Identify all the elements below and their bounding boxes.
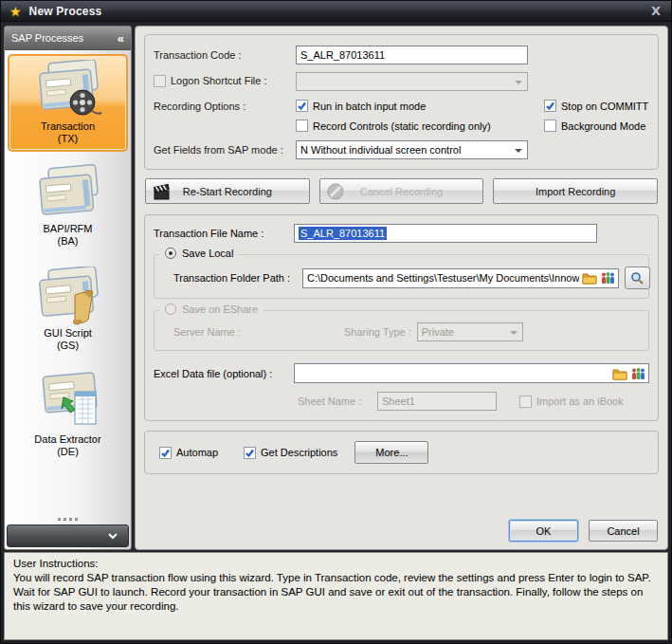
collapse-sidebar-icon[interactable]: « [118,31,124,46]
sidebar-header: SAP Processes « [5,27,131,50]
ok-button[interactable]: OK [509,520,578,542]
dropdown-arrow-icon [510,331,518,335]
check-icon [545,101,555,111]
sidebar-item-label: BAPI/RFM [11,223,124,235]
excel-file-label: Excel Data file (optional) : [154,368,294,379]
selected-text: S_ALR_87013611 [299,227,387,240]
dropdown-arrow-icon [515,149,522,153]
sidebar-item-label: Data Extractor [11,433,124,446]
check-icon [297,101,307,111]
excel-file-input[interactable] [294,363,649,383]
logon-shortcut-checkbox[interactable] [154,75,166,87]
get-fields-select[interactable]: N Without individual screen control [296,140,528,159]
sidebar-grip[interactable] [5,514,131,524]
new-process-dialog: ★ New Process X SAP Processes « [0,0,672,644]
logon-shortcut-select[interactable] [296,72,528,91]
cancel-button-label: Cancel [607,525,639,537]
automap-checkbox[interactable] [159,447,172,459]
save-local-radio[interactable] [165,248,176,259]
transaction-code-label: Transaction Code : [154,49,296,61]
sharing-type-label: Sharing Type : [344,326,411,338]
window-title: New Process [29,5,649,18]
sidebar-item-label: Transaction [11,120,124,133]
import-recording-label: Import Recording [536,186,615,197]
import-ibook-checkbox[interactable] [519,396,532,408]
sap-workgroup-icon[interactable] [600,271,615,285]
recording-options-label: Recording Options : [154,101,296,112]
automap-group: Automap Get Descriptions More... [144,431,659,474]
instructions-title: User Instructions: [13,557,659,571]
sidebar-item-code: (TX) [11,133,124,145]
gui-script-icon [33,267,103,325]
import-recording-button[interactable]: Import Recording [493,178,658,204]
sheet-name-label: Sheet Name : [298,396,377,407]
get-fields-value: N Without individual screen control [300,144,461,156]
automap-label: Automap [176,447,218,458]
more-button[interactable]: More... [354,441,428,464]
transaction-code-input[interactable] [296,46,528,64]
sidebar-item-code: (DE) [11,446,124,458]
stop-commit-label: Stop on COMMITT [561,101,648,112]
dropdown-arrow-icon [515,81,522,84]
sharing-type-value: Private [422,326,454,338]
file-name-label: Transaction File Name : [154,228,294,239]
sidebar-item-code: (GS) [11,340,124,352]
sidebar-items: Transaction (TX) [5,50,131,514]
save-options-group: Transaction File Name : S_ALR_87013611 S… [144,214,659,421]
transaction-icon [33,60,103,119]
save-local-fieldset: Save Local Transaction Folder Path : C:\… [154,254,649,299]
cancel-recording-button[interactable]: Cancel Recording [319,178,484,204]
folder-icon[interactable] [582,271,597,285]
server-name-label: Server Name : [173,326,344,338]
sap-workgroup-icon[interactable] [630,367,645,380]
recording-buttons-row: Re-Start Recording Cancel Recording Impo… [145,178,658,204]
save-local-label: Save Local [182,248,233,259]
sidebar-item-gui-script[interactable]: GUI Script (GS) [8,261,128,359]
main-panel: Transaction Code : Logon Shortcut File :… [135,26,668,550]
restart-recording-button[interactable]: Re-Start Recording [145,178,310,204]
folder-path-value: C:\Documents and Settings\Testuser\My Do… [307,272,579,284]
sheet-name-value: Sheet1 [382,396,415,407]
record-controls-label: Record Controls (static recording only) [313,120,491,132]
sidebar-title: SAP Processes [11,32,118,44]
browse-folder-button[interactable] [625,267,650,289]
star-icon: ★ [9,5,22,18]
folder-icon[interactable] [612,367,627,380]
sidebar-item-transaction[interactable]: Transaction (TX) [8,54,128,152]
sidebar-footer-bar[interactable] [7,524,129,547]
instructions-body: You will record SAP transaction flow usi… [13,571,659,614]
run-batch-label: Run in batch input mode [313,101,426,112]
sidebar-item-data-extractor[interactable]: Data Extractor (DE) [8,365,128,465]
sidebar-item-code: (BA) [11,235,124,248]
get-descriptions-checkbox[interactable] [244,447,256,459]
logon-shortcut-label: Logon Shortcut File : [171,75,267,86]
sharing-type-select[interactable]: Private [417,322,523,341]
close-icon[interactable]: X [649,4,663,18]
file-name-input[interactable]: S_ALR_87013611 [294,224,597,243]
bapi-rfm-icon [33,164,103,221]
clapperboard-icon [153,183,172,200]
get-descriptions-label: Get Descriptions [261,447,337,458]
magnifier-icon [630,271,645,285]
save-eshare-label: Save on EShare [182,304,258,315]
background-mode-checkbox[interactable] [544,120,556,132]
folder-path-input[interactable]: C:\Documents and Settings\Testuser\My Do… [302,268,619,288]
save-eshare-radio[interactable] [165,304,176,315]
sheet-name-input[interactable]: Sheet1 [377,392,497,411]
run-batch-checkbox[interactable] [296,100,308,112]
more-button-label: More... [375,447,408,458]
cancel-button[interactable]: Cancel [589,520,658,542]
recording-settings-group: Transaction Code : Logon Shortcut File :… [144,34,659,170]
cancel-slash-icon [327,183,344,200]
chevron-down-icon [107,532,118,540]
restart-recording-label: Re-Start Recording [183,186,272,197]
save-eshare-fieldset: Save on EShare Server Name : Sharing Typ… [154,310,649,351]
stop-commit-checkbox[interactable] [544,100,556,112]
check-icon [160,448,171,458]
dialog-content: SAP Processes « [1,22,671,552]
sidebar-item-bapi-rfm[interactable]: BAPI/RFM (BA) [8,158,128,254]
record-controls-checkbox[interactable] [296,120,308,132]
sap-processes-sidebar: SAP Processes « [4,26,132,550]
dialog-action-row: OK Cancel [144,514,659,543]
cancel-recording-label: Cancel Recording [360,186,443,197]
